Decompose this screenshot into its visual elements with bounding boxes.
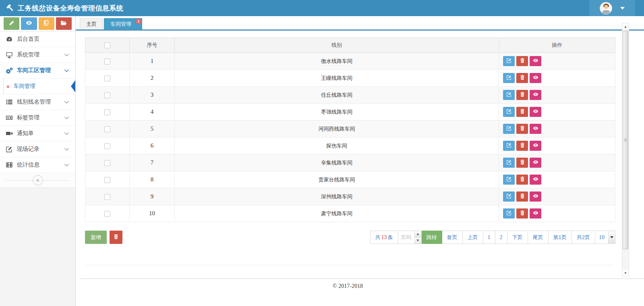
- row-checkbox[interactable]: [104, 109, 110, 115]
- row-view-button[interactable]: [530, 158, 541, 168]
- view-toolbar-button[interactable]: [21, 17, 37, 30]
- page-button-1[interactable]: 1: [483, 231, 495, 244]
- sidebar-item-home[interactable]: 后台首页: [0, 31, 75, 47]
- sidebar-item-stats[interactable]: 统计信息: [0, 157, 75, 173]
- row-view-button[interactable]: [530, 73, 541, 83]
- sidebar-collapse-button[interactable]: «: [33, 175, 43, 185]
- row-delete-button[interactable]: [516, 90, 528, 100]
- log-toolbar-button[interactable]: [39, 17, 54, 30]
- row-checkbox[interactable]: [104, 177, 110, 183]
- sidebar-item-records[interactable]: 现场记录: [0, 142, 75, 157]
- page-input-spinner[interactable]: [414, 231, 421, 244]
- last-page-button[interactable]: 尾页: [528, 231, 549, 244]
- jump-button[interactable]: 跳转: [422, 231, 442, 244]
- workshop-table: 序号 线别 操作 1衡水线路车间2王瞳线路车间3任丘线路车间4枣强线路车间5河间…: [85, 37, 615, 222]
- row-delete-button[interactable]: [516, 158, 528, 168]
- row-edit-button[interactable]: [503, 73, 515, 83]
- row-index: 4: [130, 104, 175, 121]
- app-header: 工务线岔设备全寿命管理信息系统: [0, 0, 644, 16]
- prev-page-button[interactable]: 上页: [463, 231, 483, 244]
- row-checkbox[interactable]: [104, 92, 110, 98]
- row-view-button[interactable]: [530, 141, 541, 151]
- pagination: 共13条 跳转 首页 上页 12 下页 尾页 第1页 共2页 10: [370, 231, 615, 244]
- sidebar-item-lines[interactable]: 线别线名管理: [0, 94, 75, 110]
- row-edit-button[interactable]: [503, 175, 515, 185]
- row-checkbox[interactable]: [104, 58, 110, 65]
- add-button[interactable]: 新增: [85, 231, 107, 244]
- edit-square-icon: [506, 75, 512, 81]
- row-view-button[interactable]: [530, 124, 541, 134]
- sidebar-item-tags[interactable]: 标签管理: [0, 110, 75, 126]
- spinner-down-icon[interactable]: [415, 237, 421, 244]
- row-actions: [499, 104, 615, 121]
- sidebar-subitem-workshop[interactable]: »车间管理: [0, 79, 75, 94]
- row-view-button[interactable]: [530, 90, 541, 100]
- row-index: 9: [130, 188, 175, 205]
- row-line-name: 辛集线路车间: [175, 154, 499, 171]
- sidebar-item-notices[interactable]: 通知单: [0, 126, 75, 142]
- row-checkbox[interactable]: [104, 194, 110, 200]
- row-delete-button[interactable]: [516, 141, 528, 151]
- first-page-button[interactable]: 首页: [442, 231, 463, 244]
- row-actions: [499, 53, 615, 70]
- edit-square-icon: [6, 146, 13, 153]
- row-checkbox[interactable]: [104, 75, 110, 81]
- select-all-checkbox[interactable]: [104, 42, 110, 48]
- row-delete-button[interactable]: [516, 124, 528, 134]
- row-delete-button[interactable]: [516, 107, 528, 117]
- row-view-button[interactable]: [530, 175, 541, 185]
- row-delete-button[interactable]: [516, 56, 528, 66]
- tab-workshop-management[interactable]: 车间管理 x: [104, 18, 142, 29]
- caret-down-icon[interactable]: [620, 7, 625, 10]
- user-menu[interactable]: [589, 0, 635, 16]
- row-edit-button[interactable]: [503, 90, 515, 100]
- row-edit-button[interactable]: [503, 56, 515, 66]
- row-delete-button[interactable]: [516, 73, 528, 83]
- vertical-scrollbar[interactable]: ▲ ▼: [622, 23, 629, 277]
- row-view-button[interactable]: [530, 56, 541, 66]
- files-toolbar-button[interactable]: [56, 17, 72, 30]
- row-checkbox[interactable]: [104, 143, 110, 149]
- row-view-button[interactable]: [530, 107, 541, 117]
- bulk-delete-button[interactable]: [110, 231, 122, 244]
- row-delete-button[interactable]: [516, 175, 528, 185]
- row-delete-button[interactable]: [516, 192, 528, 202]
- sidebar-item-workshop-area[interactable]: 车间工区管理: [0, 63, 75, 79]
- edit-toolbar-button[interactable]: [4, 17, 19, 30]
- row-delete-button[interactable]: [516, 208, 528, 219]
- sidebar-collapse-row: «: [0, 173, 75, 187]
- tab-home[interactable]: 主页: [80, 18, 103, 29]
- row-edit-button[interactable]: [503, 208, 515, 219]
- scroll-thumb[interactable]: [623, 31, 628, 249]
- page-button-2[interactable]: 2: [495, 231, 507, 244]
- row-checkbox[interactable]: [104, 160, 110, 166]
- next-page-button[interactable]: 下页: [507, 231, 528, 244]
- row-checkbox[interactable]: [104, 126, 110, 132]
- row-edit-button[interactable]: [503, 141, 515, 151]
- row-view-button[interactable]: [530, 208, 541, 219]
- spinner-up-icon[interactable]: [415, 231, 421, 237]
- row-view-button[interactable]: [530, 192, 541, 202]
- row-actions: [499, 87, 615, 104]
- column-header-line: 线别: [175, 38, 499, 53]
- sidebar-item-label: 统计信息: [17, 161, 39, 169]
- row-edit-button[interactable]: [503, 124, 515, 134]
- row-line-name: 肃宁线路车间: [175, 205, 499, 222]
- sidebar-item-system[interactable]: 系统管理: [0, 47, 75, 63]
- scroll-up-button[interactable]: ▲: [622, 23, 629, 30]
- sidebar-item-label: 通知单: [17, 130, 34, 137]
- select-caret-icon[interactable]: [608, 231, 615, 244]
- row-edit-button[interactable]: [503, 107, 515, 117]
- row-checkbox[interactable]: [104, 211, 110, 217]
- row-edit-button[interactable]: [503, 158, 515, 168]
- scroll-down-button[interactable]: ▼: [622, 270, 629, 276]
- close-icon[interactable]: x: [136, 19, 141, 24]
- avatar[interactable]: [600, 2, 612, 15]
- row-edit-button[interactable]: [503, 192, 515, 202]
- angle-double-right-icon: »: [6, 83, 10, 90]
- row-actions: [499, 205, 615, 222]
- content-area: 序号 线别 操作 1衡水线路车间2王瞳线路车间3任丘线路车间4枣强线路车间5河间…: [76, 31, 644, 244]
- main-content: 主页 车间管理 x 序号 线别 操作 1衡水线路车间2王瞳线路车间3任丘线路车间…: [76, 16, 644, 306]
- page-number-input[interactable]: [398, 231, 414, 244]
- page-size-select[interactable]: 10: [595, 231, 615, 244]
